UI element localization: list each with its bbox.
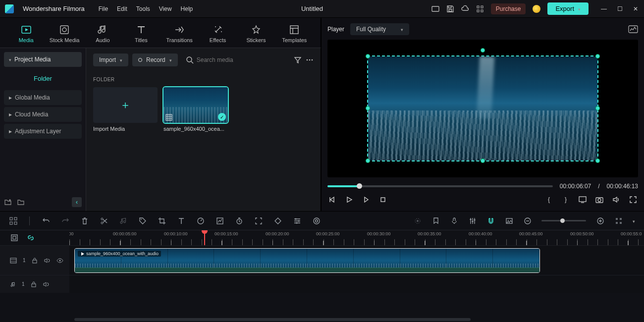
menu-help[interactable]: Help <box>181 5 193 12</box>
folder-icon[interactable] <box>17 198 25 206</box>
zoom-out-icon[interactable] <box>523 216 532 225</box>
split-icon[interactable] <box>100 216 108 225</box>
new-folder-icon[interactable] <box>4 198 12 206</box>
lock-icon[interactable] <box>32 258 38 264</box>
media-clip-card[interactable]: ✓ sample_960x400_ocea... <box>163 87 228 132</box>
resize-handle[interactable] <box>595 159 600 163</box>
sidebar-folder[interactable]: Folder <box>4 69 82 88</box>
delete-icon[interactable] <box>80 216 89 225</box>
timeline-clip[interactable]: sample_960x400_ocean_with_audio <box>74 248 540 273</box>
mute-icon[interactable] <box>43 281 50 287</box>
minimize-button[interactable]: — <box>600 5 607 12</box>
snapshot-icon[interactable] <box>595 196 603 204</box>
text-icon[interactable] <box>177 216 185 225</box>
sidebar-project-media[interactable]: Project Media <box>4 52 82 67</box>
track-view-icon[interactable] <box>614 216 623 225</box>
crop-icon[interactable] <box>158 216 166 225</box>
more-icon[interactable] <box>306 56 314 64</box>
tab-templates[interactable]: Templates <box>275 24 314 43</box>
search-input[interactable] <box>197 56 256 63</box>
resize-handle[interactable] <box>481 159 485 163</box>
zoom-slider[interactable] <box>541 220 586 221</box>
filter-icon[interactable] <box>294 56 302 64</box>
purchase-button[interactable]: Purchase <box>491 3 526 14</box>
tab-audio[interactable]: Audio <box>84 24 122 43</box>
sidebar-global-media[interactable]: ▸Global Media <box>4 90 82 105</box>
tab-stickers[interactable]: Stickers <box>237 24 275 43</box>
apps-icon[interactable] <box>476 5 484 13</box>
marker-icon[interactable] <box>431 216 440 225</box>
preview-viewport[interactable] <box>327 40 638 177</box>
select-track-icon[interactable] <box>10 234 18 242</box>
resize-handle[interactable] <box>595 54 600 58</box>
magnetic-icon[interactable] <box>486 216 495 225</box>
video-track-head[interactable]: 1 <box>0 246 69 275</box>
next-frame-button[interactable] <box>362 196 370 204</box>
search-media[interactable] <box>182 56 290 64</box>
speed-icon[interactable] <box>196 216 205 225</box>
display-icon[interactable] <box>579 196 587 204</box>
close-button[interactable]: ✕ <box>632 5 639 12</box>
stop-button[interactable] <box>379 196 387 204</box>
device-icon[interactable] <box>431 5 439 13</box>
adjust-icon[interactable] <box>293 216 301 225</box>
save-icon[interactable] <box>446 5 454 13</box>
import-dropdown[interactable]: Import <box>93 54 128 66</box>
mark-in-button[interactable]: { <box>545 196 553 204</box>
record-dropdown[interactable]: Record <box>132 54 178 66</box>
tag-icon[interactable] <box>138 216 147 225</box>
collapse-sidebar-button[interactable]: ‹ <box>72 197 82 207</box>
scrub-bar[interactable] <box>327 185 553 187</box>
lock-icon[interactable] <box>31 281 37 287</box>
sidebar-cloud-media[interactable]: ▸Cloud Media <box>4 107 82 122</box>
layout-icon[interactable] <box>9 216 17 225</box>
chevron-down-icon[interactable] <box>633 217 635 224</box>
link-icon[interactable] <box>26 234 35 242</box>
import-media-card[interactable]: ＋ Import Media <box>93 87 158 132</box>
playhead[interactable] <box>204 230 205 245</box>
play-button[interactable] <box>345 196 353 204</box>
quality-dropdown[interactable]: Full Quality <box>350 23 409 35</box>
tab-effects[interactable]: Effects <box>199 24 237 43</box>
resize-handle[interactable] <box>366 106 370 110</box>
undo-icon[interactable] <box>42 216 50 225</box>
zoom-in-icon[interactable] <box>596 216 604 225</box>
timer-icon[interactable] <box>235 216 243 225</box>
selection-bounds[interactable] <box>367 55 598 161</box>
voiceover-icon[interactable] <box>450 216 458 225</box>
zoom-knob[interactable] <box>560 218 565 223</box>
tab-stock-media[interactable]: Stock Media <box>45 24 83 43</box>
tab-titles[interactable]: Titles <box>122 24 160 43</box>
resize-handle[interactable] <box>595 106 600 110</box>
color-icon[interactable] <box>215 216 224 225</box>
frame-icon[interactable] <box>505 216 513 225</box>
menu-edit[interactable]: Edit <box>117 5 127 12</box>
mixer-icon[interactable] <box>468 216 477 225</box>
tab-transitions[interactable]: Transitions <box>161 24 199 43</box>
volume-icon[interactable] <box>612 196 620 204</box>
tab-media[interactable]: Media <box>7 24 45 43</box>
fullscreen-icon[interactable] <box>629 196 637 204</box>
mute-icon[interactable] <box>44 258 51 264</box>
account-icon[interactable] <box>533 5 540 13</box>
scopes-icon[interactable] <box>628 25 638 33</box>
timeline-scrollbar[interactable] <box>0 318 644 322</box>
record-tl-icon[interactable] <box>413 216 422 225</box>
sidebar-adjustment-layer[interactable]: ▸Adjustment Layer <box>4 124 82 139</box>
export-button[interactable]: Export <box>547 2 589 15</box>
rotate-handle[interactable] <box>481 48 485 53</box>
prev-frame-button[interactable] <box>328 196 336 204</box>
visibility-icon[interactable] <box>56 258 63 263</box>
detect-icon[interactable] <box>254 216 263 225</box>
maximize-button[interactable]: ☐ <box>616 5 623 12</box>
audio-track-head[interactable]: 1 <box>0 275 69 293</box>
chroma-icon[interactable] <box>312 216 321 225</box>
redo-icon[interactable] <box>61 216 69 225</box>
menu-file[interactable]: File <box>99 5 108 12</box>
resize-handle[interactable] <box>366 54 370 58</box>
time-ruler[interactable]: 00:00 00:00:05:00 00:00:10:00 00:00:15:0… <box>69 230 644 245</box>
scrub-knob[interactable] <box>357 183 362 189</box>
menu-view[interactable]: View <box>159 5 172 12</box>
resize-handle[interactable] <box>366 159 370 163</box>
menu-tools[interactable]: Tools <box>136 5 150 12</box>
